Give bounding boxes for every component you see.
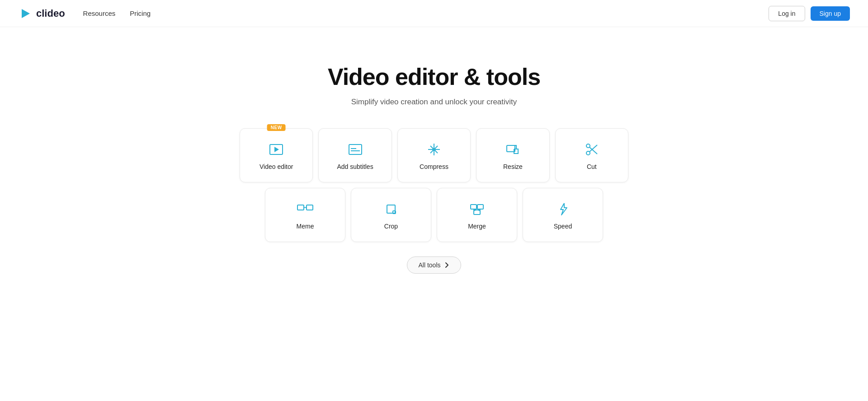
all-tools-label: All tools	[418, 261, 440, 269]
svg-rect-25	[393, 211, 396, 214]
resize-label: Resize	[503, 163, 523, 170]
logo[interactable]: clideo	[18, 6, 65, 21]
crop-label: Crop	[384, 223, 398, 230]
chevron-right-icon	[443, 262, 450, 268]
svg-point-15	[586, 151, 590, 155]
tools-row-1: NEW Video editor	[240, 128, 628, 182]
svg-rect-22	[387, 205, 395, 213]
tool-card-merge[interactable]: Merge	[437, 188, 517, 242]
svg-rect-20	[307, 205, 313, 210]
svg-marker-2	[274, 147, 279, 152]
merge-icon	[468, 200, 486, 218]
signup-button[interactable]: Sign up	[811, 6, 850, 21]
resize-icon	[504, 140, 522, 159]
tools-row-2: Meme Crop	[240, 188, 628, 242]
add-subtitles-label: Add subtitles	[337, 163, 373, 170]
svg-rect-26	[471, 205, 476, 209]
tool-card-resize[interactable]: Resize	[476, 128, 549, 182]
compress-label: Compress	[420, 163, 448, 170]
meme-icon	[296, 200, 314, 218]
tool-card-compress[interactable]: Compress	[397, 128, 471, 182]
all-tools-button[interactable]: All tools	[407, 256, 461, 274]
badge-new: NEW	[267, 124, 286, 131]
merge-label: Merge	[468, 223, 486, 230]
nav-actions: Log in Sign up	[769, 6, 850, 21]
nav-links: Resources Pricing	[83, 9, 151, 18]
speed-label: Speed	[554, 223, 572, 230]
video-editor-label: Video editor	[259, 163, 293, 170]
nav-pricing[interactable]: Pricing	[130, 9, 151, 17]
add-subtitles-icon	[346, 140, 364, 159]
navbar: clideo Resources Pricing Log in Sign up	[0, 0, 868, 27]
svg-rect-3	[349, 145, 362, 154]
svg-rect-27	[477, 205, 483, 209]
tool-card-speed[interactable]: Speed	[523, 188, 603, 242]
video-editor-icon	[267, 140, 285, 159]
compress-icon	[425, 140, 443, 159]
all-tools-section: All tools	[9, 256, 859, 274]
svg-rect-19	[297, 205, 304, 210]
tool-card-crop[interactable]: Crop	[351, 188, 431, 242]
login-button[interactable]: Log in	[769, 6, 805, 21]
svg-marker-0	[22, 9, 30, 18]
hero-title: Video editor & tools	[9, 63, 859, 90]
tools-container: NEW Video editor	[231, 128, 637, 242]
hero-subtitle: Simplify video creation and unlock your …	[9, 98, 859, 107]
tool-card-video-editor[interactable]: NEW Video editor	[240, 128, 313, 182]
speed-icon	[554, 200, 572, 218]
hero-section: Video editor & tools Simplify video crea…	[0, 27, 868, 292]
svg-point-16	[586, 144, 590, 148]
cut-label: Cut	[587, 163, 597, 170]
crop-icon	[382, 200, 400, 218]
tool-card-cut[interactable]: Cut	[555, 128, 628, 182]
meme-label: Meme	[297, 223, 314, 230]
tool-card-meme[interactable]: Meme	[265, 188, 345, 242]
logo-text: clideo	[36, 8, 65, 19]
cut-icon	[583, 140, 601, 159]
nav-resources[interactable]: Resources	[83, 9, 116, 17]
tool-card-add-subtitles[interactable]: Add subtitles	[318, 128, 392, 182]
